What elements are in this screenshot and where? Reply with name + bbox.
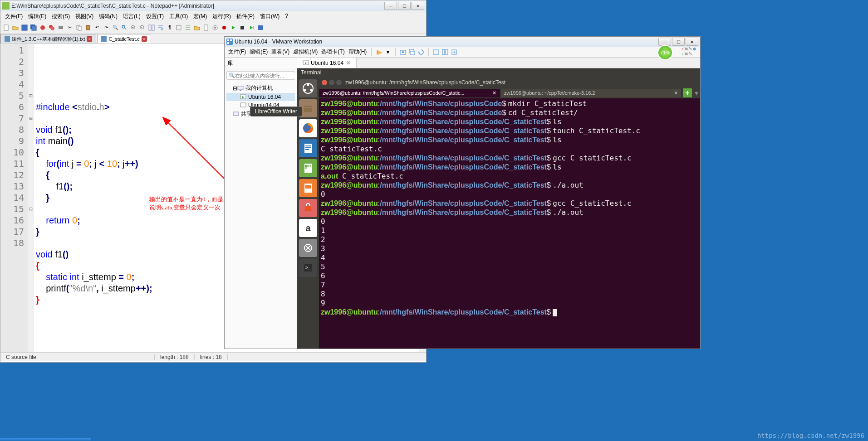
search-icon: 🔍 — [229, 73, 235, 78]
open-file-icon[interactable] — [11, 24, 20, 32]
save-icon[interactable] — [20, 24, 29, 32]
playback-icon[interactable] — [247, 24, 255, 32]
vm-tab-ubuntu[interactable]: Ubuntu 16.04 ✕ — [297, 58, 357, 68]
cut-icon[interactable]: ✂ — [66, 24, 74, 32]
vm-menu-vm[interactable]: 虚拟机(M) — [291, 47, 319, 57]
close-all-icon[interactable] — [48, 24, 56, 32]
npp-menubar: 文件(F) 编辑(E) 搜索(S) 视图(V) 编码(N) 语言(L) 设置(T… — [0, 11, 426, 21]
libreoffice-calc-icon[interactable] — [299, 159, 317, 177]
amazon-icon[interactable]: a — [299, 219, 317, 237]
libreoffice-writer-icon[interactable] — [299, 139, 317, 157]
ubuntu-software-icon[interactable] — [299, 199, 317, 217]
vm-menu-edit[interactable]: 编辑(E) — [248, 47, 270, 57]
vm-menu-file[interactable]: 文件(F) — [226, 47, 248, 57]
zoom-out-icon[interactable]: - — [138, 24, 147, 32]
close-file-icon[interactable] — [39, 24, 47, 32]
record-icon[interactable] — [220, 24, 228, 32]
libreoffice-impress-icon[interactable] — [299, 179, 317, 197]
term-maximize-icon[interactable] — [336, 80, 342, 85]
menu-help[interactable]: ? — [282, 11, 291, 21]
term-tab-0[interactable]: zw1996@ubuntu: /mnt/hgfs/WinShare/cplusp… — [319, 89, 500, 97]
print-icon[interactable] — [57, 24, 65, 32]
doc-map-icon[interactable] — [202, 24, 210, 32]
save-all-icon[interactable] — [29, 24, 38, 32]
file-tab-0[interactable]: 课件_1.3.C++基本编程体验(1).txt× — [0, 34, 96, 44]
vmware-titlebar[interactable]: Ubuntu 16.04 - VMware Workstation ─ ☐ ✕ — [225, 37, 700, 47]
indent-guide-icon[interactable] — [175, 24, 183, 32]
play-icon[interactable]: ▮▸ — [374, 48, 383, 56]
dash-icon[interactable] — [299, 79, 317, 97]
vm-dropdown-icon[interactable]: ▾ — [383, 48, 392, 56]
tab-menu-icon[interactable]: ▾ — [693, 89, 700, 97]
monitoring-icon[interactable] — [211, 24, 219, 32]
menu-run[interactable]: 运行(R) — [210, 11, 234, 21]
show-all-chars-icon[interactable]: ¶ — [166, 24, 174, 32]
menu-edit[interactable]: 编辑(E) — [25, 11, 49, 21]
tab-close-icon[interactable]: × — [87, 36, 92, 42]
replace-icon[interactable] — [120, 24, 128, 32]
term-close-icon[interactable] — [322, 80, 327, 85]
menu-search[interactable]: 搜索(S) — [49, 11, 73, 21]
vm-menu-help[interactable]: 帮助(H) — [347, 47, 369, 57]
tree-root[interactable]: ⊟ 我的计算机 — [226, 83, 295, 93]
stretch-icon[interactable] — [450, 48, 459, 56]
menu-macro[interactable]: 宏(M) — [191, 11, 210, 21]
zoom-in-icon[interactable]: + — [129, 24, 137, 32]
terminal-titlebar[interactable]: zw1996@ubuntu: /mnt/hgfs/WinShare/cplusp… — [319, 78, 700, 87]
menu-encoding[interactable]: 编码(N) — [96, 11, 120, 21]
find-icon[interactable]: 🔍 — [111, 24, 119, 32]
tab-close-icon[interactable]: ✕ — [674, 90, 678, 96]
maximize-button[interactable]: ☐ — [672, 38, 685, 46]
snapshot-icon[interactable] — [398, 48, 407, 56]
tab-close-icon[interactable]: × — [142, 36, 147, 42]
tab-close-icon[interactable]: ✕ — [346, 60, 351, 66]
menu-file[interactable]: 文件(F) — [2, 11, 25, 21]
revert-icon[interactable] — [417, 48, 426, 56]
menu-tools[interactable]: 工具(O) — [167, 11, 191, 21]
tree-item-ubuntu1604[interactable]: Ubuntu 16.04 — [226, 93, 295, 101]
stop-icon[interactable] — [238, 24, 246, 32]
term-minimize-icon[interactable] — [329, 80, 334, 85]
fullscreen-icon[interactable] — [432, 48, 441, 56]
library-search[interactable]: 🔍 ▾ — [226, 71, 295, 80]
func-list-icon[interactable] — [184, 24, 192, 32]
close-button[interactable]: ✕ — [412, 2, 424, 10]
menu-plugins[interactable]: 插件(P) — [234, 11, 257, 21]
fold-margin[interactable]: ⊟⊟⊟ — [28, 44, 34, 352]
save-macro-icon[interactable] — [256, 24, 265, 32]
npp-titlebar[interactable]: E:\WinShare\cplusplusCode\C_staticTest\C… — [0, 0, 426, 11]
terminal-content[interactable]: zw1996@ubuntu:/mnt/hgfs/WinShare/cpluspl… — [319, 98, 700, 349]
undo-icon[interactable]: ↶ — [93, 24, 101, 32]
snapshot-manager-icon[interactable] — [407, 48, 417, 56]
file-tab-1[interactable]: C_staticTest.c× — [97, 34, 151, 44]
svg-rect-61 — [307, 165, 309, 167]
search-input[interactable] — [235, 73, 298, 78]
close-button[interactable]: ✕ — [686, 38, 698, 46]
windows-taskbar[interactable] — [0, 438, 91, 441]
copy-icon[interactable] — [75, 24, 83, 32]
term-tab-1[interactable]: zw1996@ubuntu: ~/cppTet/cmake-3.16.2✕ — [500, 89, 682, 97]
minimize-button[interactable]: ─ — [384, 2, 397, 10]
network-stats: ↑0K/s ⊕ ↓0K/s — [682, 47, 696, 57]
play-icon[interactable] — [229, 24, 237, 32]
redo-icon[interactable]: ↷ — [102, 24, 110, 32]
terminal-icon[interactable]: >_ — [299, 259, 317, 277]
maximize-button[interactable]: ☐ — [398, 2, 411, 10]
wordwrap-icon[interactable] — [157, 24, 165, 32]
add-tab-button[interactable]: + — [683, 88, 692, 97]
new-file-icon[interactable] — [2, 24, 10, 32]
unity-icon[interactable] — [441, 48, 450, 56]
vm-menu-view[interactable]: 查看(V) — [270, 47, 291, 57]
vm-menu-tabs[interactable]: 选项卡(T) — [319, 47, 346, 57]
folder-view-icon[interactable] — [193, 24, 201, 32]
paste-icon[interactable] — [84, 24, 92, 32]
tab-close-icon[interactable]: ✕ — [492, 90, 496, 96]
menu-settings[interactable]: 设置(T) — [143, 11, 167, 21]
menu-language[interactable]: 语言(L) — [120, 11, 143, 21]
menu-window[interactable]: 窗口(W) — [257, 11, 282, 21]
menu-view[interactable]: 视图(V) — [73, 11, 96, 21]
firefox-icon[interactable] — [299, 119, 317, 137]
settings-icon[interactable] — [299, 239, 317, 257]
sync-v-icon[interactable] — [147, 24, 156, 32]
vmware-app-icon — [226, 39, 233, 45]
